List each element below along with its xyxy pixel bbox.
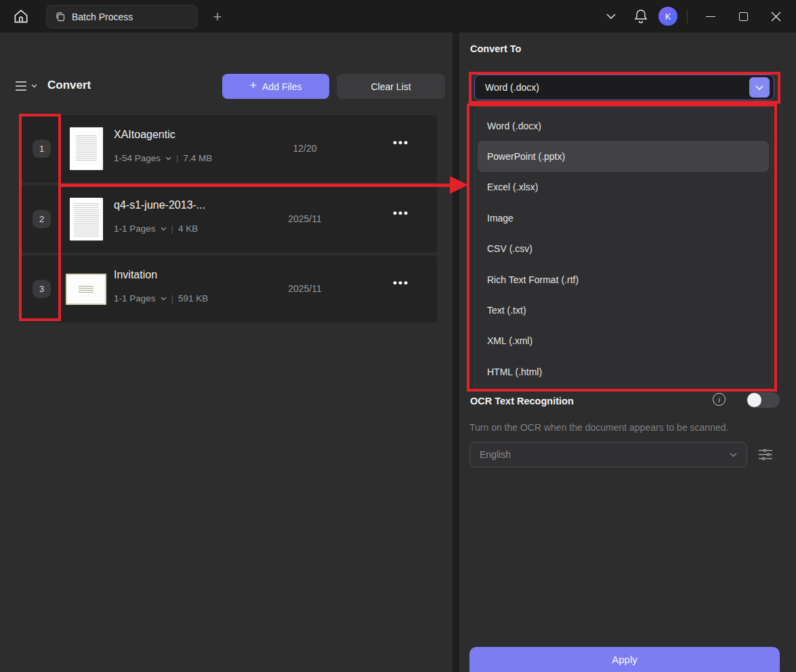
file-thumbnail [70, 127, 103, 170]
format-select-chevron-button[interactable] [749, 77, 770, 98]
row-index-badge: 3 [33, 280, 51, 298]
format-select[interactable]: Word (.docx) [474, 75, 774, 100]
file-size: 4 KB [178, 224, 198, 234]
info-glyph: i [718, 396, 720, 404]
file-name: q4-s1-june-2013-... [114, 199, 205, 211]
chevron-down-icon [755, 85, 763, 90]
file-row[interactable]: 1 XAItoagentic 1-54 Pages | 7.4 MB 12/20… [22, 115, 437, 182]
tab-batch-process[interactable]: Batch Process [46, 5, 198, 28]
chevron-down-icon[interactable] [161, 297, 167, 301]
file-name: Invitation [114, 269, 157, 281]
sliders-icon [757, 447, 774, 462]
apply-button[interactable]: Apply [469, 647, 780, 672]
toggle-knob [747, 393, 761, 407]
avatar-initial: K [665, 12, 671, 22]
mode-menu-button[interactable] [15, 76, 43, 96]
format-option-csv[interactable]: CSV (.csv) [478, 234, 769, 264]
ocr-section-title: OCR Text Recognition [470, 396, 574, 406]
page-range-selector[interactable]: 1-1 Pages [114, 224, 156, 234]
convert-to-title: Convert To [470, 43, 521, 54]
ocr-language-value: English [480, 449, 730, 460]
maximize-button[interactable] [730, 4, 757, 28]
clear-list-label: Clear List [371, 81, 411, 92]
format-select-value: Word (.docx) [485, 82, 749, 93]
menu-icon [15, 81, 28, 91]
new-tab-button[interactable]: + [207, 7, 228, 27]
format-option-word[interactable]: Word (.docx) [478, 110, 769, 141]
chevron-down-icon [606, 14, 616, 20]
row-index-badge: 2 [33, 210, 51, 228]
tab-title: Batch Process [72, 12, 133, 22]
close-icon [771, 12, 781, 22]
convert-settings-panel: Convert To Word (.docx) Word (.docx) Pow… [459, 33, 796, 672]
add-files-label: Add Files [262, 81, 301, 92]
titlebar-separator [687, 9, 688, 23]
plus-icon: + [250, 79, 257, 93]
page-title: Convert [47, 79, 91, 92]
meta-separator: | [176, 153, 178, 163]
batch-icon [55, 12, 66, 22]
meta-separator: | [171, 293, 173, 303]
minimize-button[interactable] [697, 4, 724, 28]
notifications-button[interactable] [629, 4, 653, 28]
ocr-language-select[interactable]: English [469, 442, 747, 467]
chevron-down-icon [730, 453, 737, 457]
file-size: 7.4 MB [183, 153, 212, 163]
meta-separator: | [171, 224, 173, 234]
file-name: XAItoagentic [114, 129, 175, 141]
user-avatar[interactable]: K [658, 7, 677, 26]
file-row[interactable]: 2 q4-s1-june-2013-... 1-1 Pages | 4 KB 2… [22, 186, 437, 253]
file-modified-date: 2025/11 [264, 283, 345, 294]
minimize-icon [706, 16, 715, 17]
ocr-advanced-settings-button[interactable] [756, 445, 775, 464]
window-menu-button[interactable] [599, 4, 623, 28]
page-range-selector[interactable]: 1-54 Pages [114, 153, 161, 163]
format-dropdown-list: Word (.docx) PowerPoint (.pptx) Excel (.… [474, 107, 772, 390]
file-modified-date: 2025/11 [264, 213, 345, 224]
home-icon [12, 7, 30, 25]
ocr-toggle[interactable] [747, 392, 780, 408]
info-icon[interactable]: i [713, 393, 726, 406]
row-index-badge: 1 [33, 140, 51, 158]
row-more-button[interactable]: ••• [381, 136, 421, 150]
row-more-button[interactable]: ••• [381, 276, 421, 290]
clear-list-button[interactable]: Clear List [337, 74, 445, 99]
maximize-icon [739, 12, 748, 21]
row-more-button[interactable]: ••• [381, 207, 421, 220]
close-button[interactable] [762, 4, 789, 28]
file-list-panel: Convert + Add Files Clear List # File In… [0, 33, 453, 672]
format-option-image[interactable]: Image [478, 203, 769, 233]
format-option-excel[interactable]: Excel (.xlsx) [478, 172, 769, 203]
file-modified-date: 12/20 [264, 143, 345, 154]
add-files-button[interactable]: + Add Files [222, 74, 329, 99]
format-option-xml[interactable]: XML (.xml) [478, 326, 769, 356]
title-bar: Batch Process + K [0, 0, 796, 33]
plus-icon: + [213, 8, 222, 26]
format-option-powerpoint[interactable]: PowerPoint (.pptx) [478, 141, 769, 171]
file-thumbnail [66, 274, 106, 305]
file-thumbnail [70, 198, 103, 240]
format-option-rtf[interactable]: Rich Text Format (.rtf) [478, 264, 769, 295]
format-option-html[interactable]: HTML (.html) [478, 356, 769, 387]
format-option-txt[interactable]: Text (.txt) [478, 295, 769, 325]
home-button[interactable] [8, 5, 34, 28]
file-size: 591 KB [178, 293, 208, 303]
chevron-down-icon[interactable] [165, 156, 171, 161]
bell-icon [634, 9, 648, 24]
chevron-down-icon[interactable] [161, 227, 167, 231]
panel-divider [453, 33, 459, 672]
chevron-down-icon [31, 84, 37, 88]
file-row[interactable]: 3 Invitation 1-1 Pages | 591 KB 2025/11 … [22, 255, 437, 322]
ocr-description: Turn on the OCR when the document appear… [469, 422, 728, 433]
page-range-selector[interactable]: 1-1 Pages [114, 293, 156, 303]
batch-process-window: Batch Process + K [0, 0, 796, 672]
